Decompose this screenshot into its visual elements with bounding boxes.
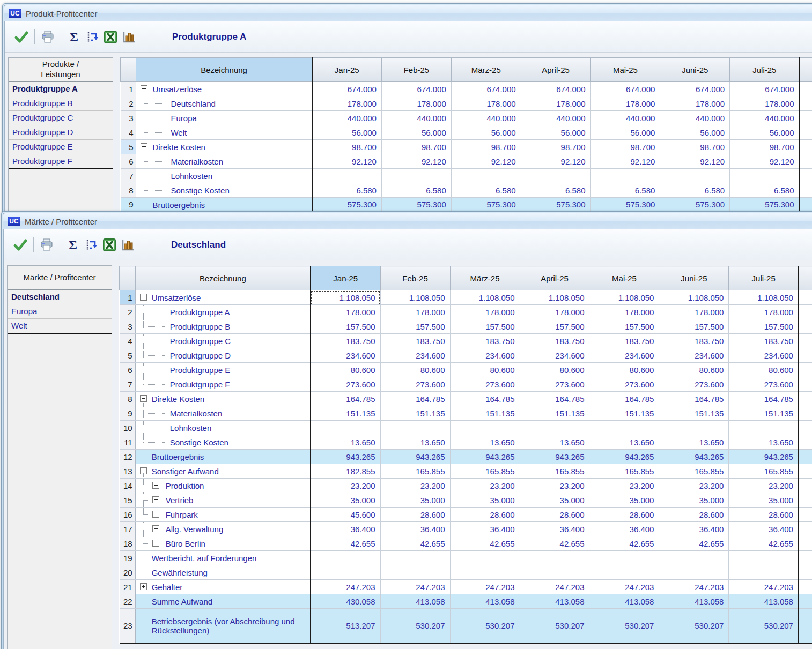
- value-cell[interactable]: 674.000: [590, 82, 660, 96]
- value-cell[interactable]: 56.000: [590, 125, 660, 140]
- value-cell[interactable]: 165.855: [450, 464, 520, 479]
- label-cell[interactable]: Betriebsergebnis (vor Abschreibung und R…: [135, 609, 311, 643]
- row-number-cell[interactable]: 21: [120, 580, 136, 594]
- value-cell[interactable]: 6.580: [660, 183, 730, 198]
- value-cell[interactable]: 13.650: [450, 435, 520, 450]
- value-cell[interactable]: [589, 565, 659, 580]
- value-cell[interactable]: 943.265: [729, 450, 799, 464]
- label-cell[interactable]: Produktgruppe F: [135, 377, 311, 392]
- label-cell[interactable]: Welt: [136, 125, 312, 140]
- value-cell[interactable]: 530.207: [520, 609, 589, 643]
- value-cell[interactable]: 35.000: [520, 493, 589, 508]
- value-cell[interactable]: [380, 551, 450, 565]
- value-cell[interactable]: 440.000: [451, 111, 521, 125]
- value-cell[interactable]: 674.000: [660, 82, 730, 96]
- value-cell[interactable]: 273.600: [450, 377, 520, 392]
- value-cell[interactable]: 273.600: [311, 377, 380, 392]
- value-cell[interactable]: 178.000: [520, 305, 589, 319]
- label-cell[interactable]: Produktgruppe A: [135, 305, 311, 319]
- value-cell[interactable]: 943.265: [380, 450, 450, 464]
- label-cell[interactable]: Direkte Kosten: [135, 392, 311, 406]
- sidebar-item[interactable]: Welt: [8, 319, 112, 333]
- value-cell[interactable]: [729, 565, 799, 580]
- label-cell[interactable]: Umsatzerlöse: [136, 82, 312, 96]
- value-cell[interactable]: 178.000: [730, 96, 800, 111]
- column-header-month[interactable]: Feb-25: [380, 266, 450, 290]
- label-cell[interactable]: Fuhrpark: [135, 508, 311, 522]
- row-number-cell[interactable]: 5: [120, 348, 136, 363]
- label-cell[interactable]: Büro Berlin: [135, 536, 311, 551]
- label-cell[interactable]: Produktgruppe D: [135, 348, 311, 363]
- value-cell[interactable]: 13.650: [311, 435, 380, 450]
- value-cell[interactable]: 23.200: [311, 479, 380, 493]
- value-cell[interactable]: 178.000: [380, 305, 450, 319]
- expand-icon[interactable]: [152, 525, 159, 532]
- value-cell[interactable]: 98.700: [521, 140, 590, 154]
- value-cell[interactable]: 56.000: [312, 125, 382, 140]
- row-number-cell[interactable]: 6: [120, 363, 136, 377]
- value-cell[interactable]: 247.203: [380, 580, 450, 594]
- value-cell[interactable]: 530.207: [450, 609, 520, 643]
- row-number-cell[interactable]: 15: [120, 493, 136, 508]
- value-cell[interactable]: 178.000: [659, 305, 729, 319]
- value-cell[interactable]: 42.655: [729, 536, 799, 551]
- value-cell[interactable]: 1.108.050: [520, 290, 589, 305]
- value-cell[interactable]: 530.207: [589, 609, 659, 643]
- label-cell[interactable]: Produktgruppe E: [135, 363, 311, 377]
- value-cell[interactable]: 234.600: [520, 348, 589, 363]
- value-cell[interactable]: 92.120: [660, 154, 730, 169]
- column-header-month[interactable]: Jan-25: [312, 58, 382, 82]
- value-cell[interactable]: [451, 169, 521, 183]
- label-cell[interactable]: Allg. Verwaltung: [135, 522, 311, 536]
- value-cell[interactable]: 98.700: [381, 140, 451, 154]
- value-cell[interactable]: [520, 421, 589, 435]
- value-cell[interactable]: [380, 421, 450, 435]
- value-cell[interactable]: 674.000: [381, 82, 451, 96]
- value-cell[interactable]: 35.000: [659, 493, 729, 508]
- value-cell[interactable]: 6.580: [451, 183, 521, 198]
- value-cell[interactable]: 273.600: [589, 377, 659, 392]
- row-number-cell[interactable]: 4: [121, 125, 136, 140]
- label-cell[interactable]: Vertrieb: [135, 493, 311, 508]
- row-number-cell[interactable]: 11: [120, 435, 136, 450]
- value-cell[interactable]: 1.108.050: [659, 290, 729, 305]
- value-cell[interactable]: 178.000: [451, 96, 521, 111]
- value-cell[interactable]: 42.655: [520, 536, 589, 551]
- sidebar-item[interactable]: Produktgruppe D: [9, 125, 113, 140]
- value-cell[interactable]: [450, 551, 520, 565]
- row-number-cell[interactable]: 7: [120, 377, 136, 392]
- value-cell[interactable]: 36.400: [520, 522, 589, 536]
- value-cell[interactable]: 80.600: [311, 363, 380, 377]
- label-cell[interactable]: Materialkosten: [136, 154, 312, 169]
- value-cell[interactable]: 13.650: [520, 435, 589, 450]
- value-cell[interactable]: 1.108.050: [450, 290, 520, 305]
- chart-icon[interactable]: [119, 236, 137, 254]
- column-header-month[interactable]: März-25: [450, 266, 520, 290]
- row-number-cell[interactable]: 14: [120, 479, 136, 493]
- value-cell[interactable]: 92.120: [312, 154, 382, 169]
- value-cell[interactable]: [450, 421, 520, 435]
- sidebar-item[interactable]: Europa: [8, 304, 112, 319]
- column-header-month[interactable]: Feb-25: [381, 58, 451, 82]
- row-number-cell[interactable]: 3: [120, 319, 136, 334]
- value-cell[interactable]: 440.000: [660, 111, 730, 125]
- sum-icon[interactable]: Σ: [64, 236, 82, 254]
- value-cell[interactable]: 28.600: [450, 508, 520, 522]
- label-cell[interactable]: Bruttoergebnis: [135, 450, 311, 464]
- column-header-month[interactable]: Juli-25: [730, 58, 800, 82]
- sidebar-item[interactable]: Produktgruppe B: [9, 96, 113, 111]
- value-cell[interactable]: 151.135: [659, 406, 729, 421]
- row-number-cell[interactable]: 3: [121, 111, 136, 125]
- value-cell[interactable]: 234.600: [380, 348, 450, 363]
- label-cell[interactable]: Sonstige Kosten: [135, 435, 311, 450]
- value-cell[interactable]: 36.400: [659, 522, 729, 536]
- row-number-cell[interactable]: 7: [121, 169, 136, 183]
- value-cell[interactable]: 80.600: [659, 363, 729, 377]
- value-cell[interactable]: 413.058: [729, 594, 799, 609]
- column-header-bezeichnung[interactable]: Bezeichnung: [135, 266, 311, 290]
- value-cell[interactable]: 92.120: [521, 154, 590, 169]
- value-cell[interactable]: 157.500: [380, 319, 450, 334]
- value-cell[interactable]: 13.650: [380, 435, 450, 450]
- value-cell[interactable]: 943.265: [311, 450, 380, 464]
- value-cell[interactable]: 92.120: [451, 154, 521, 169]
